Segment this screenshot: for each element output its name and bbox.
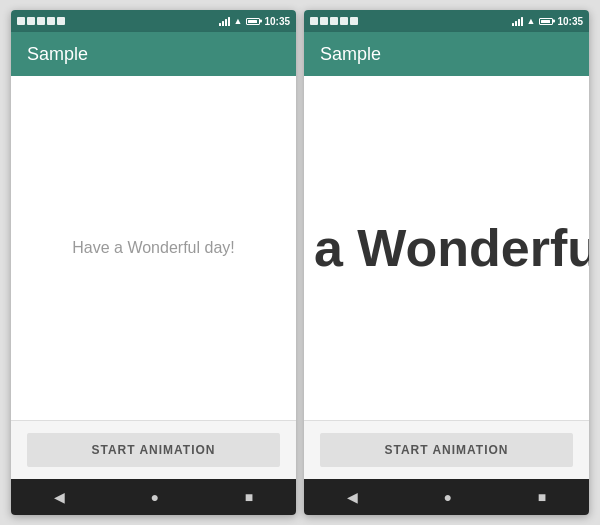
signal-icon-2 (512, 16, 523, 26)
toolbar-title-1: Sample (27, 44, 88, 65)
toolbar-2: Sample (304, 32, 589, 76)
app-icon-2 (27, 17, 35, 25)
content-2: a Wonderful (304, 76, 589, 420)
back-button-1[interactable]: ◀ (54, 489, 65, 505)
app-icons-2 (310, 17, 358, 25)
app-icon-9 (340, 17, 348, 25)
toolbar-1: Sample (11, 32, 296, 76)
battery-icon-2 (539, 18, 553, 25)
home-button-1[interactable]: ● (151, 489, 159, 505)
app-icon-6 (310, 17, 318, 25)
start-animation-button-2[interactable]: START ANIMATION (320, 433, 573, 467)
toolbar-title-2: Sample (320, 44, 381, 65)
bottom-bar-2: START ANIMATION (304, 420, 589, 479)
app-icon-8 (330, 17, 338, 25)
signal-icon-1 (219, 16, 230, 26)
start-animation-button-1[interactable]: START ANIMATION (27, 433, 280, 467)
wifi-icon-2: ▲ (527, 16, 536, 26)
status-time-2: 10:35 (557, 16, 583, 27)
recent-button-2[interactable]: ■ (538, 489, 546, 505)
app-icon-3 (37, 17, 45, 25)
bottom-bar-1: START ANIMATION (11, 420, 296, 479)
status-bar-2: ▲ 10:35 (304, 10, 589, 32)
nav-bar-1: ◀ ● ■ (11, 479, 296, 515)
app-icon-7 (320, 17, 328, 25)
app-icon-10 (350, 17, 358, 25)
status-bar-left-1 (17, 17, 65, 25)
status-bar-left-2 (310, 17, 358, 25)
status-bar-right-2: ▲ 10:35 (512, 16, 584, 27)
back-button-2[interactable]: ◀ (347, 489, 358, 505)
wifi-icon-1: ▲ (234, 16, 243, 26)
status-bar-right-1: ▲ 10:35 (219, 16, 291, 27)
battery-icon-1 (246, 18, 260, 25)
phones-container: ▲ 10:35 Sample Have a Wonderful day! STA… (11, 10, 589, 515)
app-icons-1 (17, 17, 65, 25)
content-text-2: a Wonderful (314, 218, 589, 278)
phone-normal: ▲ 10:35 Sample Have a Wonderful day! STA… (11, 10, 296, 515)
app-icon-1 (17, 17, 25, 25)
status-bar-1: ▲ 10:35 (11, 10, 296, 32)
app-icon-4 (47, 17, 55, 25)
nav-bar-2: ◀ ● ■ (304, 479, 589, 515)
status-time-1: 10:35 (264, 16, 290, 27)
home-button-2[interactable]: ● (444, 489, 452, 505)
app-icon-5 (57, 17, 65, 25)
content-text-1: Have a Wonderful day! (72, 239, 234, 257)
recent-button-1[interactable]: ■ (245, 489, 253, 505)
content-1: Have a Wonderful day! (11, 76, 296, 420)
phone-animated: ▲ 10:35 Sample a Wonderful START ANIMATI… (304, 10, 589, 515)
